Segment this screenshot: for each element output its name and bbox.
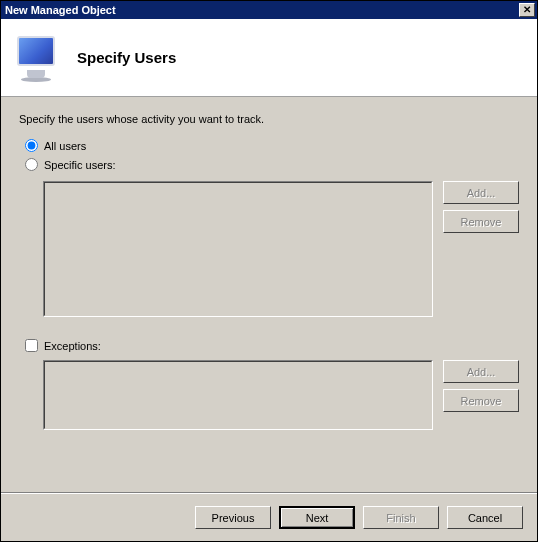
wizard-window: New Managed Object ✕ Specify Users Speci… xyxy=(0,0,538,542)
title-bar: New Managed Object ✕ xyxy=(1,1,537,19)
monitor-icon xyxy=(13,34,61,82)
exceptions-label: Exceptions: xyxy=(44,340,101,352)
exceptions-checkbox[interactable] xyxy=(25,339,38,352)
exceptions-area: Add... Remove xyxy=(43,360,519,430)
close-icon: ✕ xyxy=(523,4,531,15)
remove-user-button[interactable]: Remove xyxy=(443,210,519,233)
page-title: Specify Users xyxy=(77,49,176,66)
radio-specific-users[interactable] xyxy=(25,158,38,171)
exceptions-check-row[interactable]: Exceptions: xyxy=(19,339,519,352)
finish-button[interactable]: Finish xyxy=(363,506,439,529)
remove-exception-button[interactable]: Remove xyxy=(443,389,519,412)
radio-specific-users-row[interactable]: Specific users: xyxy=(19,158,519,171)
wizard-footer: Previous Next Finish Cancel xyxy=(1,493,537,541)
add-user-button[interactable]: Add... xyxy=(443,181,519,204)
next-button[interactable]: Next xyxy=(279,506,355,529)
instruction-text: Specify the users whose activity you wan… xyxy=(19,113,519,125)
radio-all-users-label: All users xyxy=(44,140,86,152)
cancel-button[interactable]: Cancel xyxy=(447,506,523,529)
radio-all-users-row[interactable]: All users xyxy=(19,139,519,152)
wizard-header: Specify Users xyxy=(1,19,537,97)
wizard-content: Specify the users whose activity you wan… xyxy=(1,97,537,493)
exceptions-buttons: Add... Remove xyxy=(443,360,519,430)
previous-button[interactable]: Previous xyxy=(195,506,271,529)
specific-users-listbox[interactable] xyxy=(43,181,433,317)
radio-specific-users-label: Specific users: xyxy=(44,159,116,171)
window-title: New Managed Object xyxy=(3,4,519,16)
specific-users-buttons: Add... Remove xyxy=(443,181,519,317)
exceptions-listbox[interactable] xyxy=(43,360,433,430)
specific-users-area: Add... Remove xyxy=(43,181,519,317)
radio-all-users[interactable] xyxy=(25,139,38,152)
add-exception-button[interactable]: Add... xyxy=(443,360,519,383)
close-button[interactable]: ✕ xyxy=(519,3,535,17)
